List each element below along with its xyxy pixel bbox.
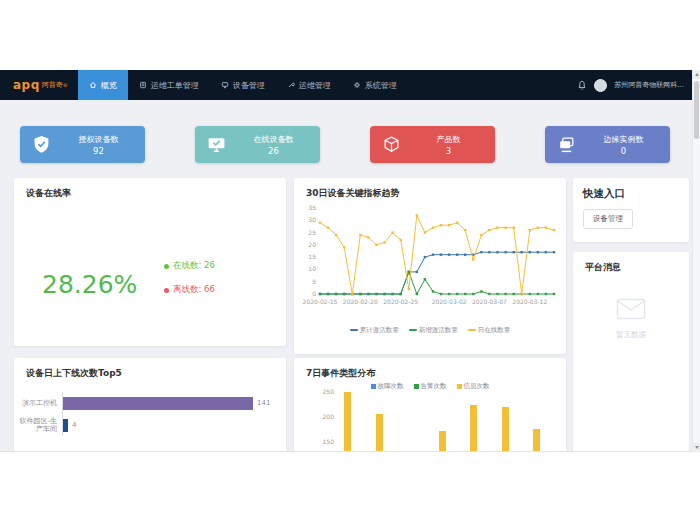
monitor-check-icon bbox=[195, 135, 237, 154]
trend-chart-svg[interactable]: 051015202530352020-02-152020-02-202020-0… bbox=[300, 202, 560, 320]
legend-item[interactable]: 新增激活数量 bbox=[409, 326, 458, 334]
stat-card-online-devices[interactable]: 在线设备数 26 bbox=[195, 126, 320, 163]
registered-mark: ® bbox=[63, 82, 68, 88]
user-avatar[interactable] bbox=[594, 79, 607, 92]
svg-text:25: 25 bbox=[308, 229, 316, 236]
nav-item-system[interactable]: 系统管理 bbox=[342, 70, 408, 100]
top5-panel: 设备日上下线次数Top5 演示工控机141软件园区-生产车间4 bbox=[14, 358, 286, 452]
stat-card-value: 0 bbox=[587, 146, 660, 156]
svg-text:35: 35 bbox=[308, 204, 316, 211]
stat-card-products[interactable]: 产品数 3 bbox=[370, 126, 495, 163]
nav-label: 系统管理 bbox=[365, 80, 397, 91]
top5-chart[interactable]: 演示工控机141软件园区-生产车间4 bbox=[14, 392, 286, 436]
stat-card-text: 授权设备数 92 bbox=[62, 134, 145, 156]
svg-text:10: 10 bbox=[308, 265, 316, 272]
stat-card-label: 在线设备数 bbox=[237, 134, 310, 145]
wrench-icon bbox=[287, 81, 295, 89]
trend-legend[interactable]: 累计激活数量新增激活数量日在线数量 bbox=[294, 326, 566, 335]
events-chart[interactable]: 250200150 bbox=[294, 378, 566, 452]
user-name[interactable]: 苏州阿普奇物联网科... bbox=[614, 80, 684, 90]
offline-dot-icon bbox=[164, 288, 169, 293]
gear-icon bbox=[353, 81, 361, 89]
envelope-icon bbox=[616, 298, 646, 320]
quick-entry-panel: 快速入口 设备管理 bbox=[573, 178, 689, 242]
main-menu: 概览 运维工单管理 设备管理 运维管理 系统管理 bbox=[78, 70, 408, 100]
offline-count-row: 离线数: 66 bbox=[164, 284, 215, 296]
svg-text:0: 0 bbox=[312, 290, 316, 297]
nav-label: 运维管理 bbox=[299, 80, 331, 91]
online-dot-icon bbox=[164, 264, 169, 269]
trend-panel: 30日设备关键指标趋势 051015202530352020-02-152020… bbox=[294, 178, 566, 354]
nav-item-operations[interactable]: 运维管理 bbox=[276, 70, 342, 100]
online-rate-legend: 在线数: 26 离线数: 66 bbox=[164, 260, 215, 308]
top5-bar-row: 演示工控机141 bbox=[14, 392, 286, 414]
svg-text:2020-02-25: 2020-02-25 bbox=[383, 298, 418, 305]
stat-card-text: 产品数 3 bbox=[412, 134, 495, 156]
device-icon bbox=[221, 81, 229, 89]
svg-text:5: 5 bbox=[312, 278, 316, 285]
stat-card-authorized-devices[interactable]: 授权设备数 92 bbox=[20, 126, 145, 163]
stat-card-edge-instances[interactable]: 边缘实例数 0 bbox=[545, 126, 670, 163]
navbar-right: 苏州阿普奇物联网科... bbox=[577, 70, 700, 100]
cube-icon bbox=[370, 135, 412, 154]
online-rate-value: 28.26% bbox=[42, 270, 137, 299]
events-panel: 7日事件类型分布 故障次数告警次数信息次数 250200150 bbox=[294, 358, 566, 452]
device-online-rate-panel: 设备在线率 28.26% 在线数: 26 离线数: 66 bbox=[14, 178, 286, 346]
stat-card-text: 在线设备数 26 bbox=[237, 134, 320, 156]
brand-logo[interactable]: apq 阿普奇 ® bbox=[0, 70, 78, 100]
dashboard-content: 授权设备数 92 在线设备数 26 产品数 3 bbox=[0, 100, 700, 452]
nav-item-overview[interactable]: 概览 bbox=[78, 70, 128, 100]
panel-title: 快速入口 bbox=[583, 187, 625, 201]
empty-state-text: 暂无数据 bbox=[573, 330, 689, 340]
platform-messages-panel: 平台消息 暂无数据 bbox=[573, 252, 689, 452]
legend-item[interactable]: 日在线数量 bbox=[468, 326, 511, 334]
panel-title: 平台消息 bbox=[585, 261, 621, 274]
nav-item-work-orders[interactable]: 运维工单管理 bbox=[128, 70, 210, 100]
shield-check-icon bbox=[20, 135, 62, 154]
online-count-row: 在线数: 26 bbox=[164, 260, 215, 272]
svg-text:2020-02-15: 2020-02-15 bbox=[303, 298, 338, 305]
scrollbar-down-arrow[interactable] bbox=[693, 443, 700, 452]
home-icon bbox=[89, 81, 97, 89]
logo-text: apq bbox=[13, 78, 40, 92]
vertical-scrollbar[interactable] bbox=[692, 70, 700, 452]
nav-item-devices[interactable]: 设备管理 bbox=[210, 70, 276, 100]
panel-title: 设备在线率 bbox=[26, 187, 71, 200]
stat-card-label: 边缘实例数 bbox=[587, 134, 660, 145]
device-management-button[interactable]: 设备管理 bbox=[583, 209, 633, 229]
edge-instance-icon bbox=[545, 135, 587, 154]
svg-text:15: 15 bbox=[308, 253, 316, 260]
nav-label: 运维工单管理 bbox=[151, 80, 199, 91]
work-order-icon bbox=[139, 81, 147, 89]
panel-title: 30日设备关键指标趋势 bbox=[306, 187, 400, 200]
svg-text:2020-03-12: 2020-03-12 bbox=[512, 298, 547, 305]
stat-card-text: 边缘实例数 0 bbox=[587, 134, 670, 156]
stat-card-label: 产品数 bbox=[412, 134, 485, 145]
notification-bell-icon[interactable] bbox=[577, 80, 587, 91]
page: apq 阿普奇 ® 概览 运维工单管理 设备管理 运维管理 bbox=[0, 0, 700, 524]
svg-text:2020-03-02: 2020-03-02 bbox=[432, 298, 467, 305]
panel-title: 设备日上下线次数Top5 bbox=[26, 367, 122, 380]
scrollbar-up-arrow[interactable] bbox=[693, 70, 700, 79]
legend-item[interactable]: 累计激活数量 bbox=[350, 326, 399, 334]
stat-card-value: 92 bbox=[62, 146, 135, 156]
svg-text:2020-03-07: 2020-03-07 bbox=[472, 298, 507, 305]
stat-card-value: 26 bbox=[237, 146, 310, 156]
stat-card-label: 授权设备数 bbox=[62, 134, 135, 145]
online-count-label: 在线数: 26 bbox=[173, 260, 215, 272]
top-navbar: apq 阿普奇 ® 概览 运维工单管理 设备管理 运维管理 bbox=[0, 70, 700, 100]
svg-text:30: 30 bbox=[308, 216, 316, 223]
svg-text:2020-02-20: 2020-02-20 bbox=[343, 298, 378, 305]
top5-bar-row: 软件园区-生产车间4 bbox=[14, 414, 286, 436]
scrollbar-thumb[interactable] bbox=[694, 81, 699, 139]
empty-state: 暂无数据 bbox=[573, 298, 689, 340]
stat-card-value: 3 bbox=[412, 146, 485, 156]
logo-cn-text: 阿普奇 bbox=[42, 80, 63, 90]
svg-text:20: 20 bbox=[308, 241, 316, 248]
nav-label: 设备管理 bbox=[233, 80, 265, 91]
nav-label: 概览 bbox=[101, 80, 117, 91]
offline-count-label: 离线数: 66 bbox=[173, 284, 215, 296]
